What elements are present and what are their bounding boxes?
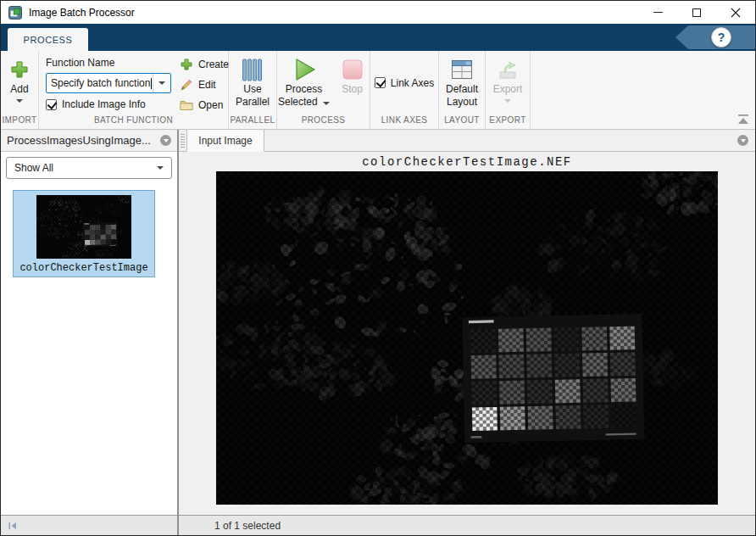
function-name-value: Specify batch function [51,77,150,89]
add-dropdown-icon [16,99,23,103]
thumbnail-image [36,195,131,259]
process-play-icon [292,57,317,82]
help-icon: ? [718,31,725,44]
create-plus-icon [180,58,193,71]
input-image-canvas[interactable] [216,171,718,505]
thumbnail-item-colorCheckerTestImage[interactable]: colorCheckerTestImage [13,190,155,277]
link-axes-checkbox[interactable] [375,77,386,88]
maximize-button[interactable] [677,1,716,24]
export-label: Export [493,83,523,96]
export-button: Export [493,51,523,114]
minimize-button[interactable] [638,1,677,24]
default-layout-label-1: Default [446,83,478,96]
minimize-icon [653,12,663,13]
edit-label: Edit [198,79,216,91]
section-parallel-label: PARALLEL [229,114,276,129]
link-axes-checkbox-row[interactable]: Link Axes [375,77,434,89]
viewer-statusbar: 1 of 1 selected [179,515,755,535]
section-layout: Default Layout LAYOUT [439,51,486,129]
app-icon [8,6,22,20]
titlebar: Image Batch Processor [1,1,755,24]
section-batch-function-label: BATCH FUNCTION [39,114,228,129]
tab-input-image[interactable]: Input Image [186,130,264,152]
image-browser-title: ProcessImagesUsingImage... [7,134,151,147]
chevron-down-icon [157,166,164,170]
function-name-dropdown-button[interactable] [153,74,170,92]
include-image-info-checkbox[interactable] [46,99,57,110]
main-area: ProcessImagesUsingImage... Show All colo… [1,130,755,535]
create-button[interactable]: Create [180,58,229,71]
image-viewer-panel: Input Image colorCheckerTestImage.NEF 1 … [179,130,755,535]
link-axes-label: Link Axes [391,77,434,89]
browser-panel-menu-button[interactable] [160,135,171,146]
app-window: Image Batch Processor PROCESS ? [0,0,756,536]
create-label: Create [198,59,229,70]
use-parallel-label-1: Use [243,83,261,96]
include-image-info-checkbox-row[interactable]: Include Image Info [46,98,171,110]
open-label: Open [198,99,223,111]
use-parallel-label-2: Parallel [236,96,270,109]
open-folder-icon [180,98,193,112]
stop-icon [342,59,364,81]
window-controls [638,1,755,24]
default-layout-button[interactable]: Default Layout [446,51,478,114]
function-name-label: Function Name [46,57,171,69]
collapse-ribbon-icon[interactable] [737,114,749,125]
tab-process-label: PROCESS [24,35,73,45]
section-import: Add IMPORT [1,51,39,129]
close-icon [731,8,741,18]
ribbon-tabstrip: PROCESS ? [1,24,755,51]
section-export: Export EXPORT [486,51,531,129]
function-name-combobox[interactable]: Specify batch function [46,73,171,93]
browser-statusbar [1,515,177,535]
tab-process[interactable]: PROCESS [8,28,88,51]
show-all-dropdown[interactable]: Show All [6,157,172,179]
process-dropdown-icon [323,102,330,105]
ribbon-toolbar: Add IMPORT Function Name Specify batch f… [1,51,755,130]
tab-input-image-label: Input Image [198,135,252,147]
collapse-left-icon[interactable] [8,522,18,530]
window-title: Image Batch Processor [29,7,135,19]
section-parallel: Use Parallel PARALLEL [229,51,277,129]
stop-label: Stop [342,83,363,96]
process-selected-label-1: Process [286,83,322,96]
tab-drag-grip[interactable] [181,134,185,148]
thumbnail-label: colorCheckerTestImage [19,262,147,274]
image-browser-panel: ProcessImagesUsingImage... Show All colo… [1,130,179,535]
export-icon [497,59,519,81]
export-dropdown-icon [504,99,511,103]
use-parallel-button[interactable]: Use Parallel [236,51,270,114]
add-plus-icon [9,59,30,80]
stop-button: Stop [336,51,370,114]
section-layout-label: LAYOUT [439,114,485,129]
chevron-down-icon [158,81,165,85]
image-browser-body: Show All colorCheckerTestImage [1,152,177,515]
open-button[interactable]: Open [180,98,229,112]
edit-button[interactable]: Edit [180,78,229,92]
chevron-down-icon [741,139,746,142]
section-import-label: IMPORT [1,114,38,129]
edit-pencil-icon [180,78,193,92]
section-export-label: EXPORT [486,114,530,129]
add-label: Add [10,83,28,96]
layout-grid-icon [450,59,474,81]
viewer-panel-menu-button[interactable] [737,135,748,146]
image-filename-title: colorCheckerTestImage.NEF [179,155,755,169]
maximize-icon [692,8,701,17]
process-selected-button[interactable]: Process Selected [278,51,331,114]
parallel-bars-icon [242,59,264,81]
section-link-axes-label: LINK AXES [370,114,438,129]
show-all-value: Show All [14,162,53,174]
chevron-down-icon [164,139,169,142]
image-browser-header: ProcessImagesUsingImage... [1,130,177,152]
section-process-label: PROCESS [277,114,370,129]
section-batch-function: Function Name Specify batch function Inc… [39,51,229,129]
viewer-content: colorCheckerTestImage.NEF [179,152,755,515]
close-button[interactable] [716,1,755,24]
viewer-tabbar: Input Image [179,130,755,152]
help-button[interactable]: ? [711,27,731,47]
add-button[interactable]: Add [9,51,30,114]
default-layout-label-2: Layout [447,96,477,109]
selection-status-text: 1 of 1 selected [214,520,281,532]
section-process: Process Selected Stop PROCESS [277,51,370,129]
